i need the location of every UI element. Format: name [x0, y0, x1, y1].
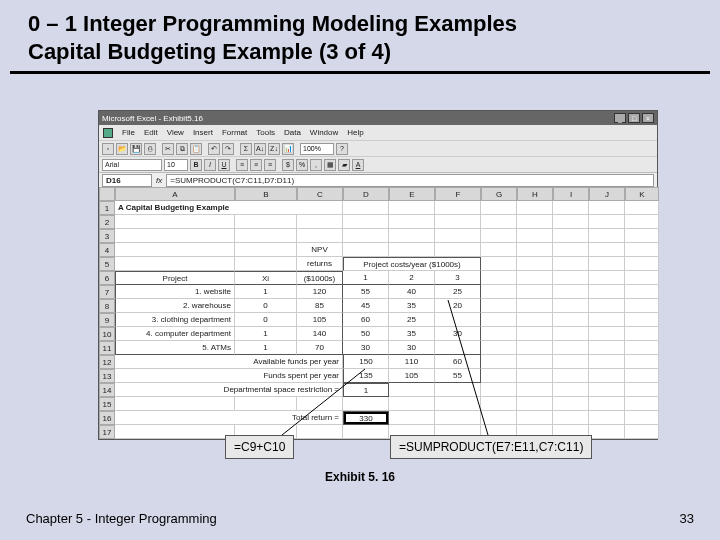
autosum-icon[interactable]: Σ — [240, 143, 252, 155]
cell-c6[interactable]: ($1000s) — [297, 271, 343, 285]
cell-d12[interactable]: 150 — [343, 355, 389, 369]
cell-f9[interactable] — [435, 313, 481, 327]
col-e[interactable]: E — [389, 187, 435, 201]
cell-a10[interactable]: 4. computer department — [115, 327, 235, 341]
cell-f12[interactable]: 60 — [435, 355, 481, 369]
row-2[interactable]: 2 — [99, 215, 115, 229]
select-all[interactable] — [99, 187, 115, 201]
cell-c10[interactable]: 140 — [297, 327, 343, 341]
cell-b9[interactable]: 0 — [235, 313, 297, 327]
menu-help[interactable]: Help — [347, 128, 363, 137]
cell-e11[interactable]: 30 — [389, 341, 435, 355]
cell-e9[interactable]: 25 — [389, 313, 435, 327]
cell-a9[interactable]: 3. clothing department — [115, 313, 235, 327]
cell-e13[interactable]: 105 — [389, 369, 435, 383]
cell-d16[interactable]: 330 — [343, 411, 389, 425]
col-a[interactable]: A — [115, 187, 235, 201]
cell-a12[interactable]: Available funds per year — [115, 355, 343, 369]
row-8[interactable]: 8 — [99, 299, 115, 313]
row-1[interactable]: 1 — [99, 201, 115, 215]
align-right-icon[interactable]: ≡ — [264, 159, 276, 171]
col-c[interactable]: C — [297, 187, 343, 201]
cell-d9[interactable]: 60 — [343, 313, 389, 327]
cell-c7[interactable]: 120 — [297, 285, 343, 299]
row-14[interactable]: 14 — [99, 383, 115, 397]
col-d[interactable]: D — [343, 187, 389, 201]
comma-icon[interactable]: , — [310, 159, 322, 171]
menu-format[interactable]: Format — [222, 128, 247, 137]
cell-e6[interactable]: 2 — [389, 271, 435, 285]
cell-d11[interactable]: 30 — [343, 341, 389, 355]
row-12[interactable]: 12 — [99, 355, 115, 369]
align-center-icon[interactable]: ≡ — [250, 159, 262, 171]
menu-edit[interactable]: Edit — [144, 128, 158, 137]
menu-insert[interactable]: Insert — [193, 128, 213, 137]
cell-b10[interactable]: 1 — [235, 327, 297, 341]
cell-b11[interactable]: 1 — [235, 341, 297, 355]
percent-icon[interactable]: % — [296, 159, 308, 171]
row-13[interactable]: 13 — [99, 369, 115, 383]
cell-d5-span[interactable]: Project costs/year ($1000s) — [343, 257, 481, 271]
cell-c11[interactable]: 70 — [297, 341, 343, 355]
cell-c9[interactable]: 105 — [297, 313, 343, 327]
fill-color-icon[interactable]: ▰ — [338, 159, 350, 171]
cell-f13[interactable]: 55 — [435, 369, 481, 383]
cell-a14[interactable]: Departmental space restriction = — [115, 383, 343, 397]
menu-file[interactable]: File — [122, 128, 135, 137]
font-color-icon[interactable]: A — [352, 159, 364, 171]
row-7[interactable]: 7 — [99, 285, 115, 299]
cell-d13[interactable]: 135 — [343, 369, 389, 383]
menu-tools[interactable]: Tools — [256, 128, 275, 137]
sort-asc-icon[interactable]: A↓ — [254, 143, 266, 155]
cell-c8[interactable]: 85 — [297, 299, 343, 313]
col-f[interactable]: F — [435, 187, 481, 201]
minimize-button[interactable]: _ — [614, 113, 626, 123]
font-size-select[interactable]: 10 — [164, 159, 188, 171]
cell-d8[interactable]: 45 — [343, 299, 389, 313]
col-b[interactable]: B — [235, 187, 297, 201]
row-10[interactable]: 10 — [99, 327, 115, 341]
cell-d7[interactable]: 55 — [343, 285, 389, 299]
menu-data[interactable]: Data — [284, 128, 301, 137]
row-15[interactable]: 15 — [99, 397, 115, 411]
copy-icon[interactable]: ⧉ — [176, 143, 188, 155]
row-9[interactable]: 9 — [99, 313, 115, 327]
paste-icon[interactable]: 📋 — [190, 143, 202, 155]
cell-a11[interactable]: 5. ATMs — [115, 341, 235, 355]
cut-icon[interactable]: ✂ — [162, 143, 174, 155]
menu-view[interactable]: View — [167, 128, 184, 137]
name-box[interactable]: D16 — [102, 174, 152, 187]
cell-f8[interactable]: 20 — [435, 299, 481, 313]
cell-d6[interactable]: 1 — [343, 271, 389, 285]
cell-a13[interactable]: Funds spent per year — [115, 369, 343, 383]
cell-e10[interactable]: 35 — [389, 327, 435, 341]
col-i[interactable]: I — [553, 187, 589, 201]
row-17[interactable]: 17 — [99, 425, 115, 439]
borders-icon[interactable]: ▦ — [324, 159, 336, 171]
new-icon[interactable]: ▫ — [102, 143, 114, 155]
open-icon[interactable]: 📂 — [116, 143, 128, 155]
bold-icon[interactable]: B — [190, 159, 202, 171]
cell-d14[interactable]: 1 — [343, 383, 389, 397]
spreadsheet-grid[interactable]: A B C D E F G H I J K 1 A Capital Budget… — [99, 187, 657, 439]
sort-desc-icon[interactable]: Z↓ — [268, 143, 280, 155]
cell-a8[interactable]: 2. warehouse — [115, 299, 235, 313]
cell-f7[interactable]: 25 — [435, 285, 481, 299]
help-icon[interactable]: ? — [336, 143, 348, 155]
cell-d10[interactable]: 50 — [343, 327, 389, 341]
cell-a7[interactable]: 1. website — [115, 285, 235, 299]
row-6[interactable]: 6 — [99, 271, 115, 285]
cell-b7[interactable]: 1 — [235, 285, 297, 299]
fx-icon[interactable]: fx — [152, 176, 166, 185]
cell-f6[interactable]: 3 — [435, 271, 481, 285]
cell-f11[interactable] — [435, 341, 481, 355]
italic-icon[interactable]: I — [204, 159, 216, 171]
col-g[interactable]: G — [481, 187, 517, 201]
cell-a1[interactable]: A Capital Budgeting Example — [115, 201, 343, 215]
maximize-button[interactable]: □ — [628, 113, 640, 123]
cell-e8[interactable]: 35 — [389, 299, 435, 313]
close-button[interactable]: × — [642, 113, 654, 123]
formula-bar[interactable]: =SUMPRODUCT(C7:C11,D7:D11) — [166, 174, 654, 187]
cell-a16[interactable]: Total return = — [115, 411, 343, 425]
col-h[interactable]: H — [517, 187, 553, 201]
